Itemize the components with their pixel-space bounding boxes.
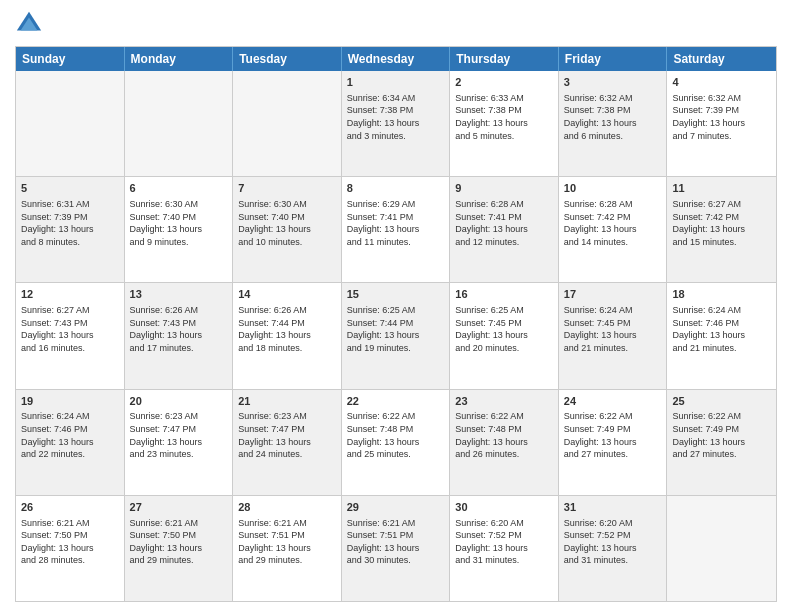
day-number: 23 [455,394,553,409]
table-row: 3Sunrise: 6:32 AM Sunset: 7:38 PM Daylig… [559,71,668,176]
daylight-hours: Sunrise: 6:21 AM Sunset: 7:50 PM Dayligh… [130,517,228,567]
table-row: 30Sunrise: 6:20 AM Sunset: 7:52 PM Dayli… [450,496,559,601]
calendar-week-2: 12Sunrise: 6:27 AM Sunset: 7:43 PM Dayli… [16,283,776,389]
daylight-hours: Sunrise: 6:20 AM Sunset: 7:52 PM Dayligh… [564,517,662,567]
table-row: 12Sunrise: 6:27 AM Sunset: 7:43 PM Dayli… [16,283,125,388]
day-number: 13 [130,287,228,302]
day-number: 2 [455,75,553,90]
calendar-header: SundayMondayTuesdayWednesdayThursdayFrid… [16,47,776,71]
daylight-hours: Sunrise: 6:30 AM Sunset: 7:40 PM Dayligh… [238,198,336,248]
daylight-hours: Sunrise: 6:34 AM Sunset: 7:38 PM Dayligh… [347,92,445,142]
day-number: 4 [672,75,771,90]
table-row: 23Sunrise: 6:22 AM Sunset: 7:48 PM Dayli… [450,390,559,495]
day-number: 7 [238,181,336,196]
daylight-hours: Sunrise: 6:28 AM Sunset: 7:41 PM Dayligh… [455,198,553,248]
daylight-hours: Sunrise: 6:32 AM Sunset: 7:39 PM Dayligh… [672,92,771,142]
table-row: 18Sunrise: 6:24 AM Sunset: 7:46 PM Dayli… [667,283,776,388]
header-day-sunday: Sunday [16,47,125,71]
header-day-saturday: Saturday [667,47,776,71]
table-row: 15Sunrise: 6:25 AM Sunset: 7:44 PM Dayli… [342,283,451,388]
day-number: 25 [672,394,771,409]
daylight-hours: Sunrise: 6:25 AM Sunset: 7:44 PM Dayligh… [347,304,445,354]
table-row [233,71,342,176]
daylight-hours: Sunrise: 6:21 AM Sunset: 7:51 PM Dayligh… [347,517,445,567]
day-number: 28 [238,500,336,515]
daylight-hours: Sunrise: 6:31 AM Sunset: 7:39 PM Dayligh… [21,198,119,248]
table-row: 17Sunrise: 6:24 AM Sunset: 7:45 PM Dayli… [559,283,668,388]
daylight-hours: Sunrise: 6:26 AM Sunset: 7:44 PM Dayligh… [238,304,336,354]
header-day-tuesday: Tuesday [233,47,342,71]
table-row: 26Sunrise: 6:21 AM Sunset: 7:50 PM Dayli… [16,496,125,601]
day-number: 26 [21,500,119,515]
day-number: 20 [130,394,228,409]
daylight-hours: Sunrise: 6:28 AM Sunset: 7:42 PM Dayligh… [564,198,662,248]
table-row: 25Sunrise: 6:22 AM Sunset: 7:49 PM Dayli… [667,390,776,495]
daylight-hours: Sunrise: 6:30 AM Sunset: 7:40 PM Dayligh… [130,198,228,248]
table-row: 29Sunrise: 6:21 AM Sunset: 7:51 PM Dayli… [342,496,451,601]
calendar: SundayMondayTuesdayWednesdayThursdayFrid… [15,46,777,602]
table-row: 24Sunrise: 6:22 AM Sunset: 7:49 PM Dayli… [559,390,668,495]
day-number: 19 [21,394,119,409]
daylight-hours: Sunrise: 6:25 AM Sunset: 7:45 PM Dayligh… [455,304,553,354]
day-number: 1 [347,75,445,90]
calendar-week-1: 5Sunrise: 6:31 AM Sunset: 7:39 PM Daylig… [16,177,776,283]
header-day-thursday: Thursday [450,47,559,71]
table-row: 16Sunrise: 6:25 AM Sunset: 7:45 PM Dayli… [450,283,559,388]
daylight-hours: Sunrise: 6:22 AM Sunset: 7:48 PM Dayligh… [347,410,445,460]
header [15,10,777,38]
table-row: 7Sunrise: 6:30 AM Sunset: 7:40 PM Daylig… [233,177,342,282]
day-number: 27 [130,500,228,515]
header-day-wednesday: Wednesday [342,47,451,71]
day-number: 14 [238,287,336,302]
day-number: 11 [672,181,771,196]
logo-icon [15,10,43,38]
calendar-week-3: 19Sunrise: 6:24 AM Sunset: 7:46 PM Dayli… [16,390,776,496]
day-number: 12 [21,287,119,302]
daylight-hours: Sunrise: 6:24 AM Sunset: 7:45 PM Dayligh… [564,304,662,354]
daylight-hours: Sunrise: 6:22 AM Sunset: 7:49 PM Dayligh… [564,410,662,460]
logo [15,10,47,38]
day-number: 21 [238,394,336,409]
table-row: 20Sunrise: 6:23 AM Sunset: 7:47 PM Dayli… [125,390,234,495]
day-number: 15 [347,287,445,302]
table-row: 13Sunrise: 6:26 AM Sunset: 7:43 PM Dayli… [125,283,234,388]
table-row: 31Sunrise: 6:20 AM Sunset: 7:52 PM Dayli… [559,496,668,601]
day-number: 16 [455,287,553,302]
day-number: 6 [130,181,228,196]
day-number: 24 [564,394,662,409]
daylight-hours: Sunrise: 6:27 AM Sunset: 7:42 PM Dayligh… [672,198,771,248]
day-number: 17 [564,287,662,302]
table-row [667,496,776,601]
daylight-hours: Sunrise: 6:22 AM Sunset: 7:48 PM Dayligh… [455,410,553,460]
table-row: 14Sunrise: 6:26 AM Sunset: 7:44 PM Dayli… [233,283,342,388]
header-day-monday: Monday [125,47,234,71]
day-number: 5 [21,181,119,196]
table-row: 21Sunrise: 6:23 AM Sunset: 7:47 PM Dayli… [233,390,342,495]
day-number: 29 [347,500,445,515]
daylight-hours: Sunrise: 6:32 AM Sunset: 7:38 PM Dayligh… [564,92,662,142]
daylight-hours: Sunrise: 6:21 AM Sunset: 7:51 PM Dayligh… [238,517,336,567]
daylight-hours: Sunrise: 6:23 AM Sunset: 7:47 PM Dayligh… [238,410,336,460]
day-number: 30 [455,500,553,515]
table-row: 11Sunrise: 6:27 AM Sunset: 7:42 PM Dayli… [667,177,776,282]
table-row: 19Sunrise: 6:24 AM Sunset: 7:46 PM Dayli… [16,390,125,495]
calendar-week-0: 1Sunrise: 6:34 AM Sunset: 7:38 PM Daylig… [16,71,776,177]
table-row: 22Sunrise: 6:22 AM Sunset: 7:48 PM Dayli… [342,390,451,495]
daylight-hours: Sunrise: 6:22 AM Sunset: 7:49 PM Dayligh… [672,410,771,460]
day-number: 18 [672,287,771,302]
day-number: 31 [564,500,662,515]
day-number: 9 [455,181,553,196]
daylight-hours: Sunrise: 6:20 AM Sunset: 7:52 PM Dayligh… [455,517,553,567]
daylight-hours: Sunrise: 6:26 AM Sunset: 7:43 PM Dayligh… [130,304,228,354]
day-number: 10 [564,181,662,196]
table-row: 10Sunrise: 6:28 AM Sunset: 7:42 PM Dayli… [559,177,668,282]
daylight-hours: Sunrise: 6:24 AM Sunset: 7:46 PM Dayligh… [21,410,119,460]
calendar-body: 1Sunrise: 6:34 AM Sunset: 7:38 PM Daylig… [16,71,776,601]
day-number: 3 [564,75,662,90]
header-day-friday: Friday [559,47,668,71]
day-number: 8 [347,181,445,196]
table-row: 5Sunrise: 6:31 AM Sunset: 7:39 PM Daylig… [16,177,125,282]
calendar-week-4: 26Sunrise: 6:21 AM Sunset: 7:50 PM Dayli… [16,496,776,601]
table-row: 2Sunrise: 6:33 AM Sunset: 7:38 PM Daylig… [450,71,559,176]
daylight-hours: Sunrise: 6:27 AM Sunset: 7:43 PM Dayligh… [21,304,119,354]
